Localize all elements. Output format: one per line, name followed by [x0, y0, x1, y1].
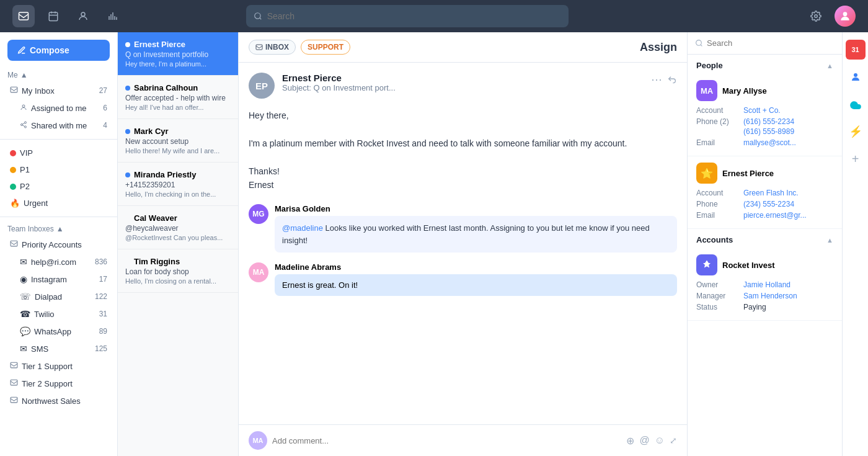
emoji-button[interactable]: ☺ [655, 435, 665, 447]
comment-body-0: Marisa Golden @madeline Looks like you w… [275, 204, 677, 253]
sidebar-item-helpri[interactable]: ✉ help@ri.com 836 [2, 254, 115, 270]
svg-point-8 [25, 122, 27, 123]
unread-dot [125, 129, 130, 134]
sidebar-item-instagram[interactable]: ◉ Instagram 17 [2, 271, 115, 287]
global-search-bar[interactable] [246, 5, 569, 27]
right-panel-search[interactable] [688, 32, 842, 55]
expand-button[interactable]: ⤢ [670, 435, 677, 447]
side-cloud-icon[interactable] [846, 94, 866, 114]
nav-contacts-icon[interactable] [72, 5, 94, 27]
reply-button[interactable] [667, 73, 677, 86]
email-item-1[interactable]: Sabrina Calhoun Offer accepted - help wi… [118, 76, 238, 119]
email-body-area: EP Ernest Pierce Subject: Q on Investmen… [239, 63, 687, 424]
sidebar-item-my-inbox[interactable]: My Inbox 27 [2, 83, 115, 99]
email-actions: ⋯ [651, 73, 677, 86]
email-item-4[interactable]: Cal Weaver @heycalweaver @RocketInvest C… [118, 206, 238, 249]
comment-tools: ⊕ @ ☺ ⤢ [626, 435, 677, 447]
team-inboxes-label: Team Inboxes ▲ [0, 222, 117, 236]
sidebar-divider-2 [0, 217, 117, 217]
mention-button[interactable]: @ [639, 435, 649, 447]
person-header-mary: MA Mary Allyse [696, 80, 833, 101]
comment-input-row: MA ⊕ @ ☺ ⤢ [239, 424, 687, 456]
account-detail-owner: Owner Jamie Holland [696, 280, 833, 289]
more-options-button[interactable]: ⋯ [651, 73, 662, 86]
comment-section: MG Marisa Golden @madeline Looks like yo… [249, 204, 677, 296]
inbox-tag[interactable]: INBOX [249, 40, 296, 55]
svg-point-2 [81, 12, 85, 16]
right-panel-search-input[interactable] [707, 38, 835, 48]
sidebar-item-tier2[interactable]: Tier 2 Support [2, 375, 115, 391]
sidebar-item-northwest[interactable]: Northwest Sales [2, 393, 115, 409]
twilio-icon: ☎ [20, 309, 30, 319]
email-detail-header: INBOX SUPPORT Assign [239, 32, 687, 63]
svg-point-16 [696, 40, 702, 46]
side-hubspot-icon[interactable]: ⚡ [846, 122, 866, 141]
priority-inbox-icon [10, 239, 18, 249]
unread-dot [125, 42, 130, 47]
email-item-3[interactable]: Miranda Priestly +14152359201 Hello, I'm… [118, 163, 238, 206]
account-detail-manager: Manager Sam Henderson [696, 292, 833, 300]
side-contacts-icon[interactable] [846, 67, 866, 87]
sidebar: Compose Me ▲ My Inbox 27 Assigned to me … [0, 32, 118, 456]
sidebar-item-vip[interactable]: VIP [2, 145, 115, 161]
helpri-icon: ✉ [20, 257, 27, 267]
comment-item-1: MA Madeline Abrams Ernest is great. On i… [249, 262, 677, 296]
global-search-input[interactable] [267, 11, 561, 21]
side-calendar-icon[interactable]: 31 [846, 40, 866, 60]
sidebar-item-dialpad[interactable]: ☏ Dialpad 122 [2, 288, 115, 305]
sidebar-item-urgent[interactable]: 🔥 Urgent [2, 195, 115, 211]
app-wrapper: Compose Me ▲ My Inbox 27 Assigned to me … [0, 0, 868, 456]
email-body: Hey there, I'm a platinum member with Ro… [249, 109, 677, 192]
assign-button[interactable]: Assign [640, 41, 677, 54]
person-detail-phone-ernest: Phone (234) 555-2234 [696, 200, 833, 208]
person-avatar-mary: MA [696, 80, 717, 101]
northwest-icon [10, 396, 18, 406]
email-item-0[interactable]: Ernest Pierce Q on Investment portfolio … [118, 32, 238, 76]
sidebar-item-sms[interactable]: ✉ SMS 125 [2, 341, 115, 357]
sidebar-item-shared[interactable]: Shared with me 4 [2, 117, 115, 133]
sidebar-item-whatsapp[interactable]: 💬 WhatsApp 89 [2, 323, 115, 339]
emoji-add-button[interactable]: ⊕ [626, 435, 634, 447]
sidebar-item-p1[interactable]: P1 [2, 162, 115, 177]
side-add-icon[interactable]: + [846, 149, 866, 169]
comment-avatar-0: MG [249, 204, 268, 224]
nav-mail-icon[interactable] [12, 5, 35, 27]
p1-dot [10, 167, 16, 173]
account-card-rocket: Rocket Invest Owner Jamie Holland Manage… [688, 248, 842, 321]
nav-calendar-icon[interactable] [42, 5, 64, 27]
svg-rect-14 [11, 397, 17, 403]
sidebar-item-tier1[interactable]: Tier 1 Support [2, 358, 115, 374]
person-card-mary: MA Mary Allyse Account Scott + Co. Phone… [688, 74, 842, 156]
sender-avatar: EP [249, 73, 275, 99]
tier1-icon [10, 361, 18, 371]
sidebar-item-p2[interactable]: P2 [2, 179, 115, 194]
svg-point-5 [843, 12, 848, 16]
dialpad-icon: ☏ [20, 292, 31, 302]
person-header-ernest: ⭐ Ernest Pierce [696, 163, 833, 184]
share-icon [20, 120, 27, 130]
person-avatar-ernest: ⭐ [696, 163, 717, 184]
svg-rect-13 [11, 380, 17, 385]
instagram-icon: ◉ [20, 274, 27, 284]
email-item-2[interactable]: Mark Cyr New account setup Hello there! … [118, 119, 238, 163]
whatsapp-icon: 💬 [20, 326, 30, 336]
nav-analytics-icon[interactable] [102, 5, 124, 27]
svg-rect-0 [19, 12, 29, 20]
sidebar-item-twilio[interactable]: ☎ Twilio 31 [2, 306, 115, 322]
sidebar-item-assigned[interactable]: Assigned to me 6 [2, 100, 115, 116]
user-avatar[interactable] [835, 6, 856, 27]
svg-rect-12 [11, 362, 17, 368]
accounts-section-header: Accounts ▲ [688, 229, 842, 248]
comment-input[interactable] [272, 436, 621, 445]
email-item-5[interactable]: Tim Riggins Loan for body shop Hello, I'… [118, 249, 238, 293]
email-detail: INBOX SUPPORT Assign EP Ernest Pierce Su… [239, 32, 687, 456]
settings-icon[interactable] [805, 5, 827, 27]
top-nav [0, 0, 868, 32]
person-detail-email-mary: Email mallyse@scot... [696, 138, 833, 147]
compose-button[interactable]: Compose [7, 40, 110, 61]
sidebar-item-priority-accounts[interactable]: Priority Accounts [2, 236, 115, 253]
support-tag[interactable]: SUPPORT [301, 40, 350, 55]
sidebar-divider-1 [0, 139, 117, 140]
svg-rect-1 [49, 12, 58, 21]
comment-item-0: MG Marisa Golden @madeline Looks like yo… [249, 204, 677, 253]
